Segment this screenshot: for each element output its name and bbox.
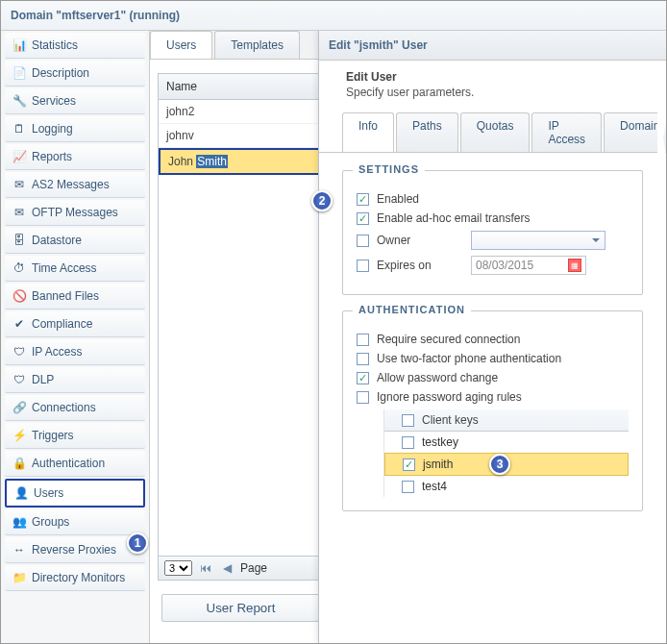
sidebar-icon: 📄 (12, 66, 26, 80)
sidebar-item-label: Time Access (32, 261, 137, 275)
expires-date-input[interactable]: 08/03/2015▦ (471, 256, 586, 275)
torn-edge-decoration (657, 69, 666, 643)
client-key-label: jsmith (423, 458, 453, 471)
owner-checkbox[interactable] (357, 235, 369, 247)
sidebar-item-label: Directory Monitors (32, 571, 137, 584)
sidebar-icon: 🗄 (12, 234, 26, 247)
client-key-label: test4 (422, 480, 447, 493)
ignore-aging-label: Ignore password aging rules (377, 390, 522, 404)
sidebar-item-label: Banned Files (32, 289, 137, 303)
sidebar-item-label: IP Access (32, 345, 137, 359)
sidebar-icon: 🛡 (12, 373, 26, 386)
sidebar-item-banned-files[interactable]: 🚫Banned Files (5, 284, 145, 310)
dialog-tab-info[interactable]: Info (342, 112, 394, 152)
sidebar-item-authentication[interactable]: 🔒Authentication (5, 451, 145, 477)
sidebar-icon: ⚡ (12, 429, 26, 442)
sidebar-icon: 👥 (12, 515, 26, 529)
expires-checkbox[interactable] (357, 260, 369, 272)
user-report-button[interactable]: User Report (161, 594, 320, 622)
grid-header-name[interactable]: Name (159, 74, 323, 100)
users-grid: Name john2johnvJohn Smith (158, 73, 324, 557)
client-key-checkbox[interactable] (403, 458, 415, 471)
client-keys-toggle[interactable] (402, 414, 414, 427)
callout-1: 1 (127, 533, 148, 554)
table-row-selected[interactable]: John Smith (159, 148, 323, 175)
client-key-row[interactable]: test4 (384, 476, 629, 497)
sidebar-item-logging[interactable]: 🗒Logging (5, 116, 145, 142)
page-label: Page (240, 561, 267, 575)
tab-users[interactable]: Users (150, 31, 212, 59)
settings-legend: SETTINGS (353, 163, 425, 175)
sidebar-item-triggers[interactable]: ⚡Triggers (5, 423, 145, 449)
page-title: Domain "mftserver1" (running) (1, 1, 666, 31)
settings-fieldset: SETTINGS Enabled Enable ad-hoc email tra… (342, 170, 643, 295)
req-secured-label: Require secured connection (377, 333, 520, 346)
client-key-row[interactable]: jsmith3 (384, 453, 629, 476)
sidebar-item-label: Description (32, 66, 137, 80)
client-key-checkbox[interactable] (402, 481, 414, 493)
sidebar-item-label: Triggers (32, 429, 137, 442)
owner-select[interactable] (471, 231, 605, 250)
sidebar-item-reverse-proxies[interactable]: ↔Reverse Proxies (5, 537, 145, 563)
sidebar-item-label: Logging (32, 122, 137, 136)
dialog-tab-paths[interactable]: Paths (396, 112, 458, 152)
sidebar-icon: 🔧 (12, 94, 26, 108)
client-key-row[interactable]: testkey (384, 432, 629, 453)
sidebar-item-directory-monitors[interactable]: 📁Directory Monitors (5, 565, 145, 591)
sidebar-icon: ✉ (12, 178, 26, 191)
sidebar-icon: ↔ (12, 543, 26, 557)
sidebar-item-label: Reverse Proxies (32, 543, 137, 557)
sidebar: 📊Statistics📄Description🔧Services🗒Logging… (1, 31, 150, 643)
sidebar-item-description[interactable]: 📄Description (5, 61, 145, 87)
allow-pw-label: Allow password change (377, 371, 498, 384)
sidebar-item-oftp-messages[interactable]: ✉OFTP Messages (5, 200, 145, 226)
sidebar-item-as2-messages[interactable]: ✉AS2 Messages (5, 172, 145, 198)
client-keys-list: Client keys testkeyjsmith3test4 (383, 409, 629, 497)
enabled-checkbox[interactable] (357, 193, 369, 206)
users-panel: UsersTemplates Name john2johnvJohn Smith… (150, 31, 333, 643)
dialog-tab-ip-access[interactable]: IP Access (531, 112, 602, 152)
dialog-tabs: InfoPathsQuotasIP AccessDomain (319, 103, 666, 153)
sidebar-item-connections[interactable]: 🔗Connections (5, 395, 145, 421)
sidebar-item-statistics[interactable]: 📊Statistics (5, 33, 145, 59)
sidebar-item-compliance[interactable]: ✔Compliance (5, 311, 145, 337)
req-secured-checkbox[interactable] (357, 334, 369, 346)
table-row[interactable]: john2 (159, 100, 323, 124)
sidebar-item-label: OFTP Messages (32, 206, 137, 219)
sidebar-item-users[interactable]: 👤Users (5, 479, 145, 508)
sidebar-icon: 🛡 (12, 345, 26, 359)
dialog-tab-quotas[interactable]: Quotas (460, 112, 531, 152)
sidebar-item-datastore[interactable]: 🗄Datastore (5, 228, 145, 254)
sidebar-item-label: Reports (32, 150, 137, 163)
sidebar-icon: 📁 (12, 571, 26, 584)
callout-3: 3 (489, 454, 510, 475)
dialog-subtitle: Edit User (346, 70, 653, 84)
adhoc-checkbox[interactable] (357, 212, 369, 225)
sidebar-icon: ✉ (12, 206, 26, 219)
sidebar-item-label: Groups (32, 515, 137, 529)
page-size-select[interactable]: 3 (164, 560, 192, 576)
sidebar-item-groups[interactable]: 👥Groups (5, 509, 145, 535)
sidebar-icon: ✔ (12, 317, 26, 331)
table-row[interactable]: johnv (159, 124, 323, 148)
two-factor-checkbox[interactable] (357, 353, 369, 365)
dialog-title: Edit "jsmith" User (319, 31, 666, 61)
sidebar-item-time-access[interactable]: ⏱Time Access (5, 256, 145, 282)
sidebar-item-dlp[interactable]: 🛡DLP (5, 367, 145, 393)
paginator: 3 ⏮ ◀ Page (158, 557, 324, 581)
callout-2: 2 (311, 190, 333, 211)
calendar-icon[interactable]: ▦ (568, 259, 581, 272)
sidebar-item-services[interactable]: 🔧Services (5, 88, 145, 114)
allow-pw-checkbox[interactable] (357, 372, 369, 384)
prev-page-icon[interactable]: ◀ (219, 560, 235, 576)
sidebar-item-reports[interactable]: 📈Reports (5, 144, 145, 170)
sidebar-item-ip-access[interactable]: 🛡IP Access (5, 339, 145, 365)
edit-user-dialog: Edit "jsmith" User Edit User Specify use… (318, 31, 666, 643)
client-key-checkbox[interactable] (402, 436, 414, 449)
ignore-aging-checkbox[interactable] (357, 391, 369, 404)
sidebar-item-label: Statistics (32, 38, 137, 52)
tab-templates[interactable]: Templates (214, 31, 300, 59)
dialog-tab-domain[interactable]: Domain (604, 112, 666, 152)
sidebar-item-label: Services (32, 94, 137, 108)
first-page-icon[interactable]: ⏮ (198, 560, 213, 576)
